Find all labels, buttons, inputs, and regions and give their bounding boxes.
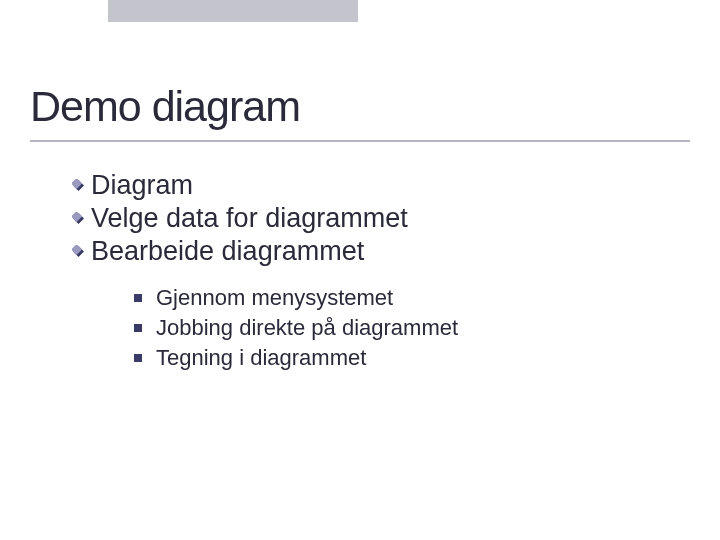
decorative-dotted-line (0, 530, 720, 531)
list-item: Jobbing direkte på diagrammet (134, 315, 458, 341)
decorative-dotted-line (0, 30, 720, 31)
slide-title: Demo diagram (30, 82, 300, 131)
sub-list: Gjennom menysystemet Jobbing direkte på … (134, 285, 458, 371)
decorative-top-bar (108, 0, 358, 22)
list-item-text: Jobbing direkte på diagrammet (156, 315, 458, 341)
decorative-dotted-line (0, 72, 720, 73)
list-item-text: Diagram (91, 170, 193, 201)
list-item-text: Gjennom menysystemet (156, 285, 393, 311)
decorative-dotted-line (0, 44, 720, 45)
diamond-bullet-icon (72, 179, 85, 192)
list-item: Tegning i diagrammet (134, 345, 458, 371)
list-item: Velge data for diagrammet (72, 203, 458, 234)
decorative-dotted-line (0, 58, 720, 59)
decorative-dotted-line (0, 516, 720, 517)
list-item-text: Velge data for diagrammet (91, 203, 408, 234)
decorative-dotted-line (0, 156, 720, 157)
list-item-text: Tegning i diagrammet (156, 345, 366, 371)
square-bullet-icon (134, 324, 142, 332)
square-bullet-icon (134, 294, 142, 302)
list-item: Diagram (72, 170, 458, 201)
content-body: Diagram Velge data for diagrammet Bearbe… (72, 170, 458, 375)
square-bullet-icon (134, 354, 142, 362)
diamond-bullet-icon (72, 245, 85, 258)
list-item-text: Bearbeide diagrammet (91, 236, 364, 267)
list-item: Bearbeide diagrammet (72, 236, 458, 267)
list-item: Gjennom menysystemet (134, 285, 458, 311)
diamond-bullet-icon (72, 212, 85, 225)
title-underline (30, 140, 690, 142)
